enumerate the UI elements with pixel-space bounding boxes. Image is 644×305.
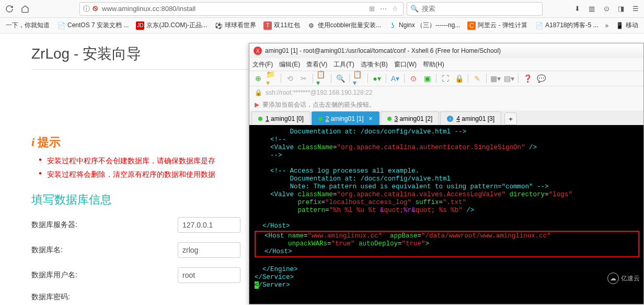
tab-label: aming01 [3] [462, 115, 494, 122]
ball-icon: ⚽ [214, 21, 223, 30]
separator [468, 74, 468, 83]
sidebar-icon[interactable]: ◨ [616, 4, 626, 14]
add-tab-button[interactable]: + [504, 112, 517, 125]
watermark: ☁ 亿速云 [607, 273, 640, 284]
bookmark-item-centos[interactable]: 📄CentOS 7 安装文档 ... [54, 20, 131, 31]
bookmark-item-aliyun[interactable]: C阿里云 - 弹性计算 [465, 20, 530, 31]
font-icon[interactable]: A▾ [389, 73, 401, 84]
bookmark-intro[interactable]: 一下，你就知道 [3, 20, 52, 31]
bookmark-item-t[interactable]: T双11红包 [261, 20, 302, 31]
lock-icon[interactable]: 🔒 [453, 73, 465, 84]
bookmark-star-icon[interactable]: ☆ [390, 5, 400, 13]
xshell-tab-3[interactable]: i4 aming01 [3] [440, 111, 501, 125]
reload-icon[interactable] [3, 3, 16, 15]
tab-label: aming01 [0] [271, 115, 304, 122]
url-bar[interactable]: ⓘ 🛇 ⊞ ⋯ ☆ [79, 2, 404, 16]
addon-icon[interactable]: ⊙ [601, 4, 612, 14]
separator [404, 74, 405, 83]
disconnect-icon[interactable]: ✂ [298, 73, 309, 84]
page-icon: 📄 [57, 21, 65, 30]
xshell-logo-icon: X [254, 47, 262, 55]
browser-right-icons: ⬇ ▥ ⊙ ◨ ☰ [572, 4, 641, 14]
menu-view[interactable]: 查看(V) [306, 60, 327, 69]
xshell-tab-1[interactable]: 2 aming01 [1]× [312, 111, 380, 125]
lock-icon: 🔒 [255, 89, 262, 96]
separator [313, 74, 313, 83]
bookmark-item-ball[interactable]: ⚽球球看世界 [212, 20, 259, 31]
bookmark-label: CentOS 7 安装文档 ... [67, 21, 129, 30]
gear-icon: ⚙ [307, 21, 316, 30]
xftp-icon[interactable]: ⊙ [408, 73, 419, 84]
highlight-icon[interactable]: ✎ [472, 73, 483, 84]
search-icon: 🔍 [410, 5, 419, 13]
xshell-add-tip: ▶ 要添加当前会话，点击左侧的箭头按钮。 [249, 99, 643, 110]
xshell-tabs: 1 aming01 [0] 2 aming01 [1]× 3 aming01 [… [249, 110, 643, 125]
menu-tools[interactable]: 工具(T) [334, 60, 354, 69]
xshell-title: aming01 [1] - root@aming01:/usr/local/to… [265, 47, 501, 54]
color-icon[interactable]: ●▾ [371, 73, 383, 84]
menu-file[interactable]: 文件(F) [252, 60, 273, 69]
watermark-icon: ☁ [607, 273, 619, 284]
more-icon[interactable]: ⋯ [378, 5, 388, 13]
xshell-titlebar[interactable]: X aming01 [1] - root@aming01:/usr/local/… [249, 43, 643, 58]
flag-icon: ▶ [255, 101, 259, 108]
close-icon[interactable]: × [369, 115, 373, 122]
status-dot-icon [318, 117, 323, 121]
menu-window[interactable]: 窗口(W) [394, 60, 417, 69]
bookmark-item-jd[interactable]: JD京东(JD.COM)-正品... [133, 20, 210, 31]
download-icon[interactable]: ⬇ [572, 4, 582, 14]
bookmark-label: 京东(JD.COM)-正品... [146, 21, 207, 30]
bookmark-label: A18718的博客-5 ... [545, 21, 598, 30]
layout1-icon[interactable]: ▦▾ [490, 73, 501, 84]
xshell-terminal[interactable]: Documentation at: /docs/config/valve.htm… [249, 125, 643, 304]
form-label: 数据库密码: [31, 292, 131, 302]
menu-icon[interactable]: ☰ [630, 4, 641, 14]
menu-help[interactable]: 帮助(H) [423, 60, 444, 69]
search-input[interactable] [422, 5, 539, 13]
search-bar[interactable]: 🔍 [407, 2, 543, 16]
form-label: 数据库服务器: [31, 220, 131, 230]
open-icon[interactable]: 📁▾ [266, 73, 278, 84]
help-icon[interactable]: ❓ [522, 73, 533, 84]
xshell-menubar: 文件(F) 编辑(E) 查看(V) 工具(T) 选项卡(B) 窗口(W) 帮助(… [249, 58, 643, 71]
db-server-input[interactable] [178, 217, 240, 233]
xshell-tab-2[interactable]: 3 aming01 [2] [381, 111, 440, 125]
form-label: 数据库名: [31, 245, 131, 255]
t-icon: T [263, 21, 272, 30]
fullscreen-icon[interactable]: ⛶ [440, 73, 451, 84]
library-icon[interactable]: ▥ [586, 4, 597, 14]
page-icon: 📄 [535, 21, 543, 30]
db-user-input[interactable] [178, 267, 240, 283]
layout2-icon[interactable]: ▤▾ [503, 73, 515, 84]
separator [367, 74, 368, 83]
separator [386, 74, 386, 83]
info-icon[interactable]: ⓘ 🛇 [83, 4, 99, 14]
reader-icon[interactable]: ⊞ [367, 5, 376, 13]
bookmark-item-blog[interactable]: 📄A18718的博客-5 ... [532, 20, 601, 31]
new-session-icon[interactable]: ⊕ [252, 73, 264, 84]
separator [349, 74, 350, 83]
terminal-icon[interactable]: ▣ [421, 73, 433, 84]
menu-edit[interactable]: 编辑(E) [279, 60, 300, 69]
search-icon[interactable]: 🔍 [335, 73, 346, 84]
browser-toolbar: ⓘ 🛇 ⊞ ⋯ ☆ 🔍 ⬇ ▥ ⊙ ◨ ☰ [0, 0, 644, 18]
xshell-ssh-info: 🔒 ssh://root:*******@192.168.190.128:22 [249, 86, 643, 99]
chat-icon[interactable]: 💬 [535, 73, 547, 84]
nginx-icon: ʖ [388, 21, 397, 30]
bookmark-item-cobbler[interactable]: ⚙使用cobbler批量安装... [305, 20, 384, 31]
menu-tabs[interactable]: 选项卡(B) [361, 60, 388, 69]
properties-icon[interactable]: 📋▾ [316, 73, 328, 84]
bookmark-label: 使用cobbler批量安装... [318, 21, 381, 30]
home-icon[interactable] [19, 3, 31, 15]
db-name-input[interactable] [178, 242, 240, 258]
bookmark-item-nginx[interactable]: ʖNginx （三）------ng... [386, 20, 463, 31]
url-input[interactable] [102, 5, 364, 13]
copy-icon[interactable]: 📋▾ [353, 73, 364, 84]
separator [486, 74, 487, 83]
bookmark-more-icon[interactable]: » [605, 22, 609, 29]
bookmark-label: Nginx （三）------ng... [399, 21, 460, 30]
reconnect-icon[interactable]: ⟲ [284, 73, 296, 84]
xshell-window: X aming01 [1] - root@aming01:/usr/local/… [249, 43, 644, 304]
bookmark-mobile[interactable]: 📱移动 [613, 20, 641, 31]
xshell-tab-0[interactable]: 1 aming01 [0] [251, 111, 310, 125]
